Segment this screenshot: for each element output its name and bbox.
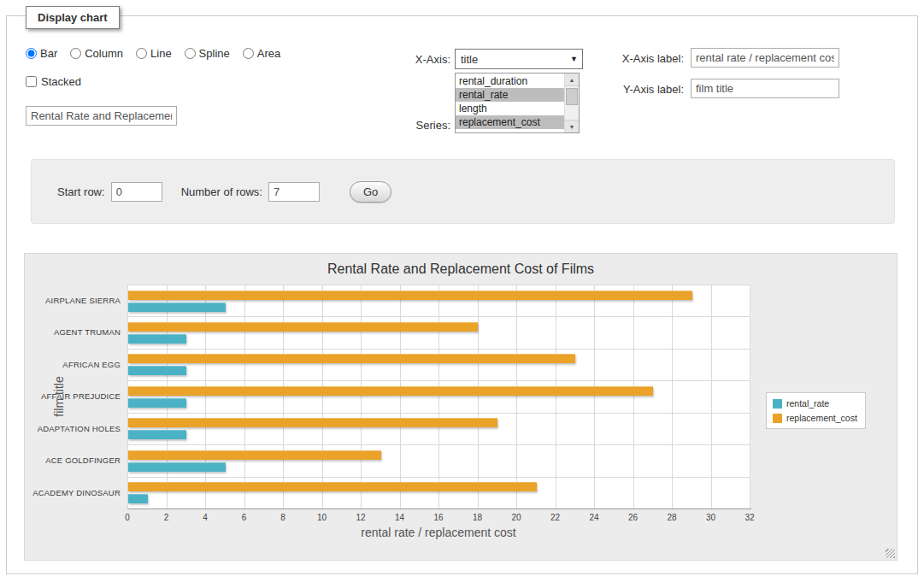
bar-rental_rate [128, 462, 226, 472]
chart-type-radio-bar[interactable] [26, 48, 37, 59]
bar-rental_rate [128, 334, 186, 344]
y-axis-label-label: Y-Axis label: [598, 83, 684, 96]
chart-type-radio-label: Bar [40, 47, 57, 60]
bar-replacement_cost [128, 418, 497, 427]
category-label: AGENT TRUMAN [25, 316, 121, 348]
start-row-label: Start row: [57, 185, 105, 198]
stacked-checkbox-row[interactable]: Stacked [26, 75, 81, 88]
x-tick-label: 16 [426, 513, 451, 522]
stacked-label: Stacked [41, 75, 81, 88]
x-tick-label: 20 [503, 513, 529, 522]
v-gridline [167, 285, 168, 509]
v-gridline [478, 285, 479, 509]
chart-title: Rental Rate and Replacement Cost of Film… [25, 262, 897, 277]
start-row-input[interactable] [111, 182, 162, 202]
chart-type-option-area[interactable]: Area [243, 47, 280, 60]
x-tick-label: 14 [387, 513, 413, 522]
chart-resize-handle-icon[interactable] [886, 549, 895, 558]
category-label: AIRPLANE SIERRA [25, 285, 121, 316]
go-button[interactable]: Go [350, 181, 391, 203]
x-tick-label: 8 [270, 513, 296, 522]
x-axis-select[interactable]: title ▼ [455, 49, 583, 69]
bar-replacement_cost [128, 322, 478, 332]
v-gridline [711, 285, 712, 509]
legend-item-rental_rate[interactable]: rental_rate [773, 398, 857, 409]
x-tick-label: 6 [232, 513, 257, 522]
series-option-rental_rate[interactable]: rental_rate [456, 88, 564, 102]
series-option-rental_duration[interactable]: rental_duration [456, 74, 564, 88]
v-gridline [438, 285, 439, 509]
v-gridline [322, 285, 323, 509]
chart-type-radio-line[interactable] [136, 48, 147, 59]
number-of-rows-input[interactable] [268, 182, 320, 202]
v-gridline [400, 285, 401, 509]
category-label: ACADEMY DINOSAUR [25, 477, 121, 509]
v-gridline [361, 285, 362, 509]
x-axis-label-input[interactable] [691, 48, 839, 68]
chart-type-radio-spline[interactable] [185, 48, 196, 59]
bar-replacement_cost [128, 450, 381, 460]
chart-legend: rental_ratereplacement_cost [766, 392, 866, 429]
scrollbar-thumb[interactable] [566, 88, 578, 105]
bar-rental_rate [128, 494, 148, 503]
category-label: AFFAIR PREJUDICE [25, 380, 121, 412]
series-option-replacement_cost[interactable]: replacement_cost [456, 115, 564, 129]
x-axis-title: rental rate / replacement cost [127, 526, 750, 539]
display-chart-page: Display chart BarColumnLineSplineArea St… [0, 0, 924, 582]
chart-type-option-spline[interactable]: Spline [185, 47, 230, 60]
x-tick-label: 24 [581, 513, 607, 522]
series-listbox-scrollbar[interactable]: ▲ ▼ [564, 73, 579, 132]
legend-swatch-icon [773, 414, 782, 423]
series-listbox[interactable]: rental_durationrental_ratelengthreplacem… [455, 73, 580, 133]
chart-type-radio-area[interactable] [243, 48, 254, 59]
bar-replacement_cost [128, 386, 653, 396]
bar-replacement_cost [128, 354, 575, 363]
x-tick-label: 4 [192, 513, 218, 522]
chart-type-radio-label: Spline [199, 47, 230, 60]
chevron-down-icon: ▼ [570, 55, 578, 63]
x-axis-selected-value: title [461, 53, 478, 66]
x-tick-label: 18 [465, 513, 491, 522]
chart-type-radio-label: Line [150, 47, 172, 60]
category-label: ACE GOLDFINGER [25, 444, 121, 476]
y-axis-label-input[interactable] [691, 79, 839, 98]
v-gridline [556, 285, 556, 509]
bar-rental_rate [128, 430, 186, 439]
category-label: ADAPTATION HOLES [25, 413, 121, 444]
x-tick-label: 30 [698, 513, 724, 522]
chart-type-option-line[interactable]: Line [136, 47, 172, 60]
v-gridline [672, 285, 673, 509]
x-tick-label: 0 [115, 513, 140, 522]
bar-replacement_cost [128, 482, 537, 491]
legend-label: rental_rate [786, 398, 829, 409]
x-tick-label: 10 [309, 513, 335, 522]
x-tick-label: 26 [621, 513, 646, 522]
chart-type-radio-group: BarColumnLineSplineArea [26, 47, 280, 60]
category-label: AFRICAN EGG [25, 349, 121, 380]
chart-type-option-column[interactable]: Column [70, 47, 123, 60]
chart-title-input[interactable] [26, 106, 177, 126]
chart-type-option-bar[interactable]: Bar [26, 47, 57, 60]
chart-type-radio-label: Area [257, 47, 280, 60]
v-gridline [633, 285, 634, 509]
number-of-rows-label: Number of rows: [181, 185, 262, 198]
x-tick-label: 22 [543, 513, 568, 522]
v-gridline [750, 285, 750, 509]
series-listbox-label: Series: [368, 119, 450, 132]
v-gridline [205, 285, 206, 509]
scrollbar-down-arrow-icon[interactable]: ▼ [565, 120, 579, 132]
scrollbar-up-arrow-icon[interactable]: ▲ [565, 73, 579, 86]
row-range-panel: Start row: Number of rows: Go [31, 159, 895, 224]
legend-item-replacement_cost[interactable]: replacement_cost [773, 413, 857, 423]
legend-label: replacement_cost [786, 413, 857, 423]
v-gridline [127, 285, 128, 509]
series-options: rental_durationrental_ratelengthreplacem… [456, 74, 564, 129]
bar-rental_rate [128, 303, 226, 312]
legend-swatch-icon [773, 399, 782, 409]
series-option-length[interactable]: length [456, 102, 564, 115]
chart-type-radio-column[interactable] [70, 48, 81, 59]
stacked-checkbox[interactable] [26, 76, 37, 87]
display-chart-legend: Display chart [26, 6, 120, 29]
bar-rental_rate [128, 398, 186, 408]
chart-type-radio-label: Column [85, 47, 123, 60]
